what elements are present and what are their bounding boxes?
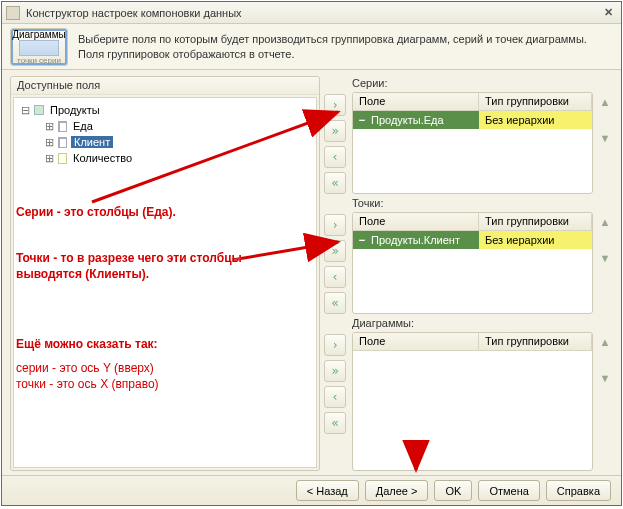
help-button[interactable]: Справка bbox=[546, 480, 611, 501]
col-grouptype: Тип группировки bbox=[479, 93, 592, 110]
field-icon bbox=[58, 121, 67, 132]
remove-all-from-series-button[interactable]: « bbox=[324, 172, 346, 194]
diagrams-grid[interactable]: Поле Тип группировки bbox=[352, 332, 593, 471]
move-up-icon[interactable]: ▲ bbox=[599, 336, 611, 348]
add-to-series-button[interactable]: › bbox=[324, 94, 346, 116]
diagrams-btncol: › » ‹ « bbox=[324, 332, 348, 471]
diagrams-group: Диаграммы: › » ‹ « Поле Тип группировки bbox=[324, 316, 613, 471]
remove-from-series-button[interactable]: ‹ bbox=[324, 146, 346, 168]
tree-item-label: Еда bbox=[71, 120, 95, 132]
cube-icon bbox=[34, 105, 44, 115]
annotation-also: Ещё можно сказать так: bbox=[16, 336, 158, 352]
field-icon bbox=[58, 153, 67, 164]
points-row-group: Без иерархии bbox=[485, 234, 554, 246]
series-grid-header: Поле Тип группировки bbox=[353, 93, 592, 111]
expand-icon[interactable]: ⊞ bbox=[44, 120, 54, 133]
available-fields-header: Доступные поля bbox=[11, 77, 319, 95]
series-row-field: Продукты.Еда bbox=[371, 114, 444, 126]
add-all-to-series-button[interactable]: » bbox=[324, 120, 346, 142]
annotation-series: Серии - это столбцы (Еда). bbox=[16, 204, 176, 220]
toolbar-hint: Выберите поля по которым будет производи… bbox=[78, 28, 613, 62]
add-to-diagrams-button[interactable]: › bbox=[324, 334, 346, 356]
points-grid[interactable]: Поле Тип группировки −Продукты.Клиент Бе… bbox=[352, 212, 593, 314]
tool-diagrams[interactable]: Диаграммы точки серии bbox=[10, 28, 68, 66]
tree-item-kolichestvo[interactable]: ⊞ Количество bbox=[16, 150, 314, 166]
cancel-button[interactable]: Отмена bbox=[478, 480, 539, 501]
next-button[interactable]: Далее > bbox=[365, 480, 429, 501]
app-icon bbox=[6, 6, 20, 20]
collapse-icon: − bbox=[357, 234, 367, 246]
move-down-icon[interactable]: ▼ bbox=[599, 252, 611, 264]
points-caption: Точки: bbox=[324, 196, 613, 212]
titlebar: Конструктор настроек компоновки данных ✕ bbox=[2, 2, 621, 24]
close-icon[interactable]: ✕ bbox=[600, 5, 617, 20]
chart-icon bbox=[19, 40, 59, 56]
remove-all-from-diagrams-button[interactable]: « bbox=[324, 412, 346, 434]
expand-icon[interactable]: ⊞ bbox=[44, 136, 54, 149]
tool-diagrams-label: Диаграммы bbox=[12, 29, 66, 40]
col-grouptype: Тип группировки bbox=[479, 333, 592, 350]
points-row-field: Продукты.Клиент bbox=[371, 234, 460, 246]
add-to-points-button[interactable]: › bbox=[324, 214, 346, 236]
tree-item-label: Клиент bbox=[71, 136, 113, 148]
back-button[interactable]: < Назад bbox=[296, 480, 359, 501]
points-btncol: › » ‹ « bbox=[324, 212, 348, 314]
add-all-to-diagrams-button[interactable]: » bbox=[324, 360, 346, 382]
move-down-icon[interactable]: ▼ bbox=[599, 372, 611, 384]
diagrams-order-col: ▲ ▼ bbox=[597, 332, 613, 471]
series-caption: Серии: bbox=[324, 76, 613, 92]
expand-icon[interactable]: ⊞ bbox=[44, 152, 54, 165]
tree-item-label: Количество bbox=[71, 152, 134, 164]
col-grouptype: Тип группировки bbox=[479, 213, 592, 230]
series-group: Серии: › » ‹ « Поле Тип группировки bbox=[324, 76, 613, 194]
points-group: Точки: › » ‹ « Поле Тип группировки bbox=[324, 196, 613, 314]
move-up-icon[interactable]: ▲ bbox=[599, 96, 611, 108]
points-grid-header: Поле Тип группировки bbox=[353, 213, 592, 231]
tree-item-klient[interactable]: ⊞ Клиент bbox=[16, 134, 314, 150]
right-pane: Серии: › » ‹ « Поле Тип группировки bbox=[324, 76, 613, 471]
annotation-points: Точки - то в разрезе чего эти столбцы вы… bbox=[16, 250, 242, 282]
toolbar: Диаграммы точки серии Выберите поля по к… bbox=[2, 24, 621, 70]
col-field: Поле bbox=[353, 213, 479, 230]
field-icon bbox=[58, 137, 67, 148]
window-title: Конструктор настроек компоновки данных bbox=[26, 7, 594, 19]
left-pane: Доступные поля ⊟ Продукты ⊞ Еда ⊞ bbox=[10, 76, 320, 471]
collapse-icon: − bbox=[357, 114, 367, 126]
axis-label-points: точки bbox=[17, 56, 37, 65]
series-btncol: › » ‹ « bbox=[324, 92, 348, 194]
series-order-col: ▲ ▼ bbox=[597, 92, 613, 194]
dialog-body: Доступные поля ⊟ Продукты ⊞ Еда ⊞ bbox=[2, 70, 621, 475]
remove-from-diagrams-button[interactable]: ‹ bbox=[324, 386, 346, 408]
series-grid[interactable]: Поле Тип группировки −Продукты.Еда Без и… bbox=[352, 92, 593, 194]
points-order-col: ▲ ▼ bbox=[597, 212, 613, 314]
series-row-group: Без иерархии bbox=[485, 114, 554, 126]
diagrams-grid-header: Поле Тип группировки bbox=[353, 333, 592, 351]
move-up-icon[interactable]: ▲ bbox=[599, 216, 611, 228]
move-down-icon[interactable]: ▼ bbox=[599, 132, 611, 144]
ok-button[interactable]: OK bbox=[434, 480, 472, 501]
fields-tree[interactable]: ⊟ Продукты ⊞ Еда ⊞ Клиент bbox=[13, 97, 317, 468]
col-field: Поле bbox=[353, 93, 479, 110]
remove-from-points-button[interactable]: ‹ bbox=[324, 266, 346, 288]
tree-item-eda[interactable]: ⊞ Еда bbox=[16, 118, 314, 134]
dialog-window: Конструктор настроек компоновки данных ✕… bbox=[1, 1, 622, 506]
tree-root[interactable]: ⊟ Продукты bbox=[16, 102, 314, 118]
remove-all-from-points-button[interactable]: « bbox=[324, 292, 346, 314]
add-all-to-points-button[interactable]: » bbox=[324, 240, 346, 262]
series-row[interactable]: −Продукты.Еда Без иерархии bbox=[353, 111, 592, 129]
collapse-icon[interactable]: ⊟ bbox=[20, 104, 30, 117]
footer: < Назад Далее > OK Отмена Справка bbox=[2, 475, 621, 505]
col-field: Поле bbox=[353, 333, 479, 350]
annotation-axes: серии - это ось Y (вверх) точки - это ос… bbox=[16, 360, 159, 392]
axis-label-series: серии bbox=[39, 56, 61, 65]
tree-root-label: Продукты bbox=[48, 104, 102, 116]
diagrams-caption: Диаграммы: bbox=[324, 316, 613, 332]
points-row[interactable]: −Продукты.Клиент Без иерархии bbox=[353, 231, 592, 249]
